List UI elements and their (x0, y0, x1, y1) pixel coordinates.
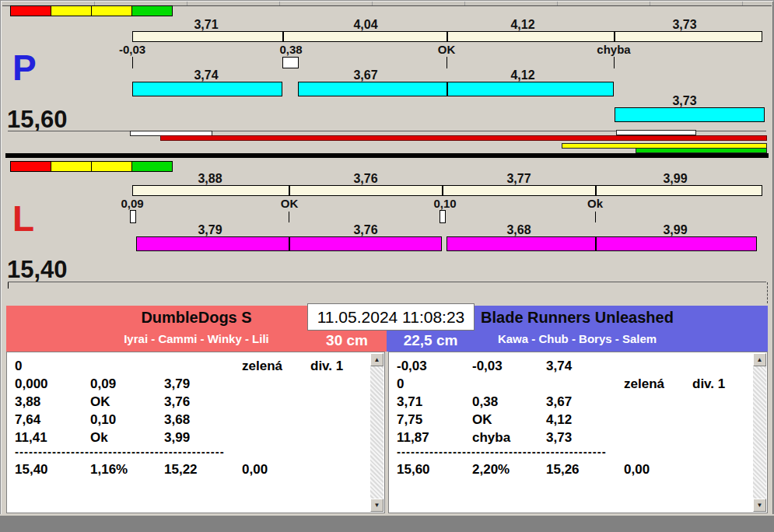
split-divider (614, 32, 615, 41)
scroll-up-icon[interactable]: ▲ (753, 353, 766, 366)
table-row: -0,03 -0,03 3,74 (397, 357, 751, 375)
marker-tick (132, 57, 133, 68)
legend-red-segment (10, 5, 51, 16)
cell (310, 411, 369, 429)
cell: 11,41 (15, 429, 90, 446)
cell: 3,71 (397, 393, 472, 411)
split-time-label: 3,76 (323, 172, 408, 186)
lane-letter-p: P (12, 50, 37, 86)
cell: 15,60 (397, 460, 472, 478)
split-track (132, 185, 762, 196)
split-divider (442, 186, 443, 195)
app-window: P 15,60 3,71 4,04 4,12 3,73 -0,03 0,38 O… (0, 0, 774, 532)
split-time-label: 3,77 (476, 172, 562, 186)
cell (692, 357, 751, 375)
cell (624, 429, 692, 446)
cell (242, 393, 310, 411)
scrollbar[interactable]: ▲ ▼ (753, 353, 766, 512)
legend-red-segment (10, 161, 51, 172)
change-marker-label: 0,38 (256, 43, 326, 56)
run-time-label: 3,67 (323, 68, 408, 82)
cell: 3,73 (546, 429, 624, 446)
cell (692, 411, 751, 429)
run-bar (132, 82, 282, 96)
jump-height-left: 30 cm (307, 332, 387, 349)
lane-letter-l: L (12, 201, 34, 236)
cell: div. 1 (310, 357, 369, 375)
change-marker-label: OK (254, 197, 324, 210)
run-divider (447, 82, 448, 96)
legend-yellow-segment (91, 5, 132, 16)
cell (624, 411, 692, 429)
split-track (132, 31, 762, 42)
split-divider (289, 186, 290, 195)
marker-flag-box (130, 210, 136, 223)
run-divider (595, 237, 597, 250)
run-time-label: 3,99 (632, 223, 718, 237)
lane-divider (5, 153, 769, 158)
table-separator: ----------------------------------------… (15, 446, 369, 460)
cell: 3,99 (164, 429, 242, 446)
change-marker-label: 0,09 (97, 197, 167, 210)
table-row: 0 zelená div. 1 (15, 357, 369, 375)
cell (310, 375, 369, 393)
cell (310, 429, 369, 446)
cell: 3,79 (164, 375, 242, 393)
cell (90, 357, 164, 375)
result-table-right: -0,03 -0,03 3,74 0 zelená div. 1 3,71 0,… (397, 357, 751, 478)
result-pane-right: -0,03 -0,03 3,74 0 zelená div. 1 3,71 0,… (388, 352, 768, 513)
marker-flag-box (440, 210, 446, 223)
scrollbar[interactable]: ▲ ▼ (370, 353, 383, 512)
progress-bar-red (160, 135, 767, 141)
lane-total-l: 15,40 (7, 257, 68, 282)
table-separator: ----------------------------------------… (397, 446, 751, 460)
marker-tick (289, 212, 289, 222)
cell: -0,03 (397, 357, 472, 375)
cell: 1,16% (90, 460, 164, 478)
cell: 0 (15, 357, 90, 375)
cell: 15,22 (164, 460, 242, 478)
result-pane-left: 0 zelená div. 1 0,000 0,09 3,79 3,88 OK … (6, 352, 385, 513)
cell: Ok (90, 429, 164, 446)
cell: 3,76 (164, 393, 242, 411)
legend-yellow-segment (91, 161, 132, 172)
cell: 7,75 (397, 411, 472, 429)
scroll-up-icon[interactable]: ▲ (370, 353, 383, 366)
datetime-display: 11.05.2024 11:08:23 (307, 303, 475, 331)
scroll-down-icon[interactable]: ▼ (370, 499, 383, 512)
split-divider (447, 32, 448, 41)
scroll-down-icon[interactable]: ▼ (753, 499, 766, 512)
baseline (8, 282, 766, 282)
cell: 3,74 (546, 357, 624, 375)
cell (624, 393, 692, 411)
summary-row: 15,40 1,16% 15,22 0,00 (15, 460, 369, 478)
cell: zelená (242, 357, 310, 375)
table-row: 3,71 0,38 3,67 (397, 393, 751, 411)
cell: OK (90, 393, 164, 411)
marker-tick (447, 57, 447, 68)
cell (242, 411, 310, 429)
run-bar (136, 236, 442, 251)
result-table-left: 0 zelená div. 1 0,000 0,09 3,79 3,88 OK … (15, 357, 369, 478)
run-bar (298, 82, 614, 96)
cell: 0,10 (90, 411, 164, 429)
table-row: 0,000 0,09 3,79 (15, 375, 369, 393)
split-divider (282, 32, 284, 41)
cell: 7,64 (15, 411, 90, 429)
cell: 0,000 (15, 375, 90, 393)
change-marker-label: chyba (579, 43, 649, 56)
cell: 0,00 (624, 460, 692, 478)
legend-green-segment (131, 5, 173, 16)
cell (546, 375, 624, 393)
split-time-label: 4,04 (323, 18, 408, 32)
cell: chyba (472, 429, 546, 446)
table-row: 7,64 0,10 3,68 (15, 411, 369, 429)
cell: 3,68 (164, 411, 242, 429)
marker-tick (595, 212, 596, 222)
marker-tick (614, 57, 615, 68)
cell: 0 (397, 375, 472, 393)
split-time-label: 4,12 (480, 18, 566, 32)
cell (472, 375, 546, 393)
run-divider (289, 237, 290, 250)
cell: 2,20% (472, 460, 546, 478)
